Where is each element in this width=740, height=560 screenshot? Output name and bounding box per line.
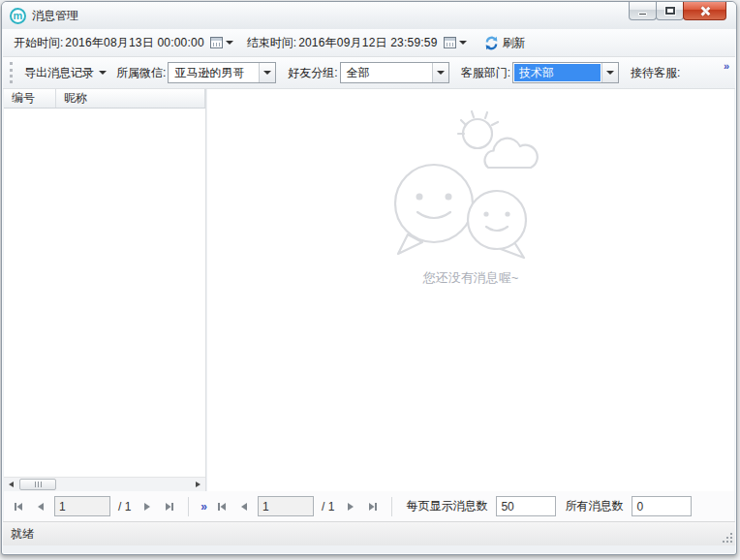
close-icon (699, 6, 710, 16)
per-page-count-label: 每页显示消息数 (406, 498, 487, 514)
wechat-account-label: 所属微信: (116, 65, 166, 81)
toolbar-grip-handle[interactable] (10, 62, 13, 83)
next-page-icon (141, 501, 153, 513)
main-next-page-button[interactable] (342, 498, 359, 515)
end-time-value[interactable]: 2016年09月12日 23:59:59 (298, 35, 437, 51)
end-date-picker-button[interactable] (444, 37, 467, 48)
last-page-icon (164, 501, 175, 513)
triangle-right-icon (196, 482, 200, 487)
service-department-value: 技术部 (514, 64, 601, 81)
chevron-down-icon (99, 71, 107, 75)
chevron-down-icon (226, 41, 233, 45)
main-first-page-button[interactable] (213, 498, 231, 515)
window-controls (630, 2, 726, 20)
empty-chat-illustration (379, 107, 563, 260)
list-next-page-button[interactable] (139, 498, 156, 515)
chevron-down-icon (606, 71, 614, 75)
triangle-left-icon (9, 482, 14, 487)
main-page-total: / 1 (322, 500, 334, 513)
calendar-icon (444, 37, 456, 48)
empty-message-text: 您还没有消息喔~ (423, 269, 519, 287)
column-header-id[interactable]: 编号 (4, 89, 56, 108)
close-button[interactable] (683, 2, 726, 20)
window-title: 消息管理 (32, 8, 78, 24)
minimize-button[interactable] (629, 2, 657, 20)
prev-page-icon (35, 501, 46, 513)
combo-dropdown-button[interactable] (601, 63, 618, 82)
combo-dropdown-button[interactable] (432, 63, 448, 82)
scroll-left-button[interactable] (4, 478, 18, 491)
list-prev-page-button[interactable] (32, 498, 49, 515)
pagination-bar: / 1 » / 1 每页显示消息数 所有消息数 (4, 491, 734, 521)
app-window: m 消息管理 开始时间: 2016年08月13日 00:00:00 结束时间: … (1, 1, 737, 555)
list-pager-more-button[interactable]: » (200, 500, 206, 513)
message-content-area: 您还没有消息喔~ (207, 89, 734, 491)
message-list-panel: 编号 昵称 (4, 89, 206, 491)
first-page-icon (216, 501, 228, 513)
chevron-down-icon (263, 71, 271, 75)
column-header-nickname[interactable]: 昵称 (56, 89, 205, 108)
list-page-total: / 1 (118, 500, 131, 513)
friend-group-select[interactable]: 全部 (340, 62, 449, 83)
filter-toolbar: 导出消息记录 所属微信: 亚马逊的男哥 好友分组: 全部 客服部门: 技术部 接… (3, 57, 735, 89)
start-time-value[interactable]: 2016年08月13日 00:00:00 (65, 35, 203, 51)
total-message-count-input[interactable] (632, 496, 692, 516)
maximize-icon (665, 7, 675, 15)
toolbar-overflow-button[interactable]: » (724, 60, 728, 72)
service-department-label: 客服部门: (461, 65, 510, 81)
empty-state: 您还没有消息喔~ (207, 107, 734, 287)
export-messages-button[interactable]: 导出消息记录 (18, 61, 112, 85)
refresh-button[interactable]: 刷新 (480, 33, 530, 53)
horizontal-scrollbar[interactable] (4, 477, 205, 491)
export-messages-label: 导出消息记录 (24, 65, 94, 81)
wechat-account-select[interactable]: 亚马逊的男哥 (168, 62, 276, 83)
main-last-page-button[interactable] (364, 498, 382, 515)
list-header-row: 编号 昵称 (4, 89, 205, 109)
main-prev-page-button[interactable] (235, 498, 253, 515)
app-logo-icon: m (10, 8, 26, 24)
titlebar[interactable]: m 消息管理 (2, 2, 736, 29)
friend-group-label: 好友分组: (288, 65, 337, 81)
separator (391, 497, 392, 516)
combo-dropdown-button[interactable] (259, 63, 275, 82)
refresh-label: 刷新 (503, 35, 526, 51)
scroll-right-button[interactable] (191, 478, 205, 491)
friend-group-value: 全部 (341, 63, 432, 82)
logo-letter: m (14, 10, 23, 21)
reception-agent-label: 接待客服: (631, 65, 680, 81)
resize-grip-handle[interactable] (721, 531, 732, 543)
maximize-button[interactable] (656, 2, 684, 20)
chevron-down-icon (459, 41, 467, 45)
last-page-icon (367, 501, 379, 513)
status-text: 就绪 (11, 526, 34, 543)
per-page-count-input[interactable] (496, 496, 556, 516)
chevron-down-icon (437, 71, 445, 75)
next-page-icon (345, 501, 356, 513)
status-bar: 就绪 (3, 521, 735, 545)
service-department-select[interactable]: 技术部 (512, 62, 619, 83)
scrollbar-thumb[interactable] (19, 479, 56, 490)
calendar-icon (210, 37, 223, 48)
refresh-icon (484, 36, 499, 50)
total-message-count-label: 所有消息数 (565, 498, 623, 514)
main-page-input[interactable] (258, 496, 314, 516)
separator (188, 497, 189, 516)
list-last-page-button[interactable] (161, 498, 178, 515)
list-page-input[interactable] (54, 496, 110, 516)
list-first-page-button[interactable] (10, 498, 27, 515)
prev-page-icon (238, 501, 250, 513)
start-time-label: 开始时间: (14, 35, 63, 51)
datetime-toolbar: 开始时间: 2016年08月13日 00:00:00 结束时间: 2016年09… (3, 29, 735, 57)
first-page-icon (13, 501, 24, 513)
wechat-account-value: 亚马逊的男哥 (169, 63, 259, 82)
end-time-label: 结束时间: (247, 35, 296, 51)
minimize-icon (638, 13, 647, 16)
start-date-picker-button[interactable] (210, 37, 233, 48)
